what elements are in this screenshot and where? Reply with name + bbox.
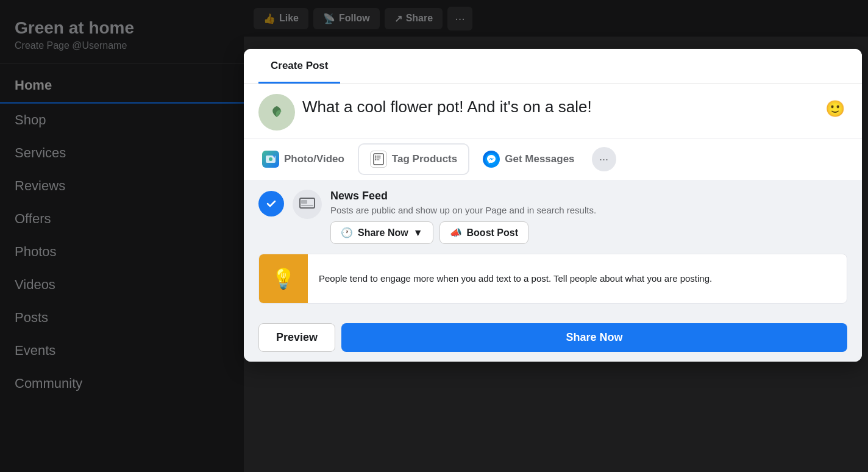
tag-products-label: Tag Products (392, 153, 457, 165)
share-now-label: Share Now (358, 227, 408, 238)
check-circle (258, 191, 284, 216)
post-area: What a cool flower pot! And it's on a sa… (244, 84, 862, 138)
ellipsis-icon: ··· (599, 153, 608, 166)
modal-bottom: News Feed Posts are public and show up o… (244, 180, 862, 323)
modal-header: Create Post (244, 49, 862, 84)
dropdown-arrow-icon: ▼ (413, 227, 423, 238)
boost-label: Boost Post (467, 227, 518, 238)
tip-text: People tend to engage more when you add … (308, 265, 723, 293)
news-feed-description: Posts are public and show up on your Pag… (330, 205, 847, 215)
svg-rect-4 (374, 154, 383, 165)
tag-products-tab[interactable]: Tag Products (359, 145, 468, 174)
svg-point-7 (375, 159, 376, 160)
action-tabs-row: Photo/Video Tag Products (244, 138, 862, 180)
tag-products-icon (370, 151, 387, 168)
preview-button[interactable]: Preview (258, 323, 335, 352)
svg-point-6 (375, 157, 376, 159)
modal-tabs: Create Post (258, 49, 847, 84)
megaphone-icon: 📣 (450, 227, 462, 238)
messenger-icon (483, 151, 500, 168)
modal-footer: Preview Share Now (244, 323, 862, 362)
news-feed-title: News Feed (330, 190, 847, 202)
photo-video-icon (262, 151, 279, 168)
create-post-modal: Create Post What a cool flower pot! And … (244, 49, 862, 362)
news-feed-icon (293, 190, 322, 219)
share-now-dropdown-button[interactable]: 🕐 Share Now ▼ (330, 221, 433, 244)
svg-rect-10 (301, 200, 307, 204)
avatar (258, 94, 295, 131)
get-messages-tab[interactable]: Get Messages (472, 145, 585, 174)
photo-video-label: Photo/Video (284, 153, 344, 165)
photo-video-tab[interactable]: Photo/Video (251, 145, 355, 174)
share-now-main-button[interactable]: Share Now (341, 323, 847, 352)
svg-rect-11 (301, 205, 313, 206)
get-messages-label: Get Messages (505, 153, 574, 165)
clock-icon: 🕐 (341, 227, 353, 238)
tip-box: 💡 People tend to engage more when you ad… (258, 254, 847, 304)
svg-point-5 (375, 156, 376, 157)
post-text-content[interactable]: What a cool flower pot! And it's on a sa… (302, 94, 816, 118)
boost-post-button[interactable]: 📣 Boost Post (439, 221, 528, 244)
tip-icon: 💡 (259, 254, 308, 303)
news-feed-actions: 🕐 Share Now ▼ 📣 Boost Post (330, 221, 847, 244)
tab-create-post[interactable]: Create Post (258, 49, 340, 84)
svg-point-2 (269, 157, 272, 161)
news-feed-info: News Feed Posts are public and show up o… (330, 190, 847, 244)
more-actions-button[interactable]: ··· (592, 147, 616, 171)
emoji-button[interactable]: 🙂 (823, 96, 847, 121)
news-feed-row: News Feed Posts are public and show up o… (258, 190, 847, 244)
